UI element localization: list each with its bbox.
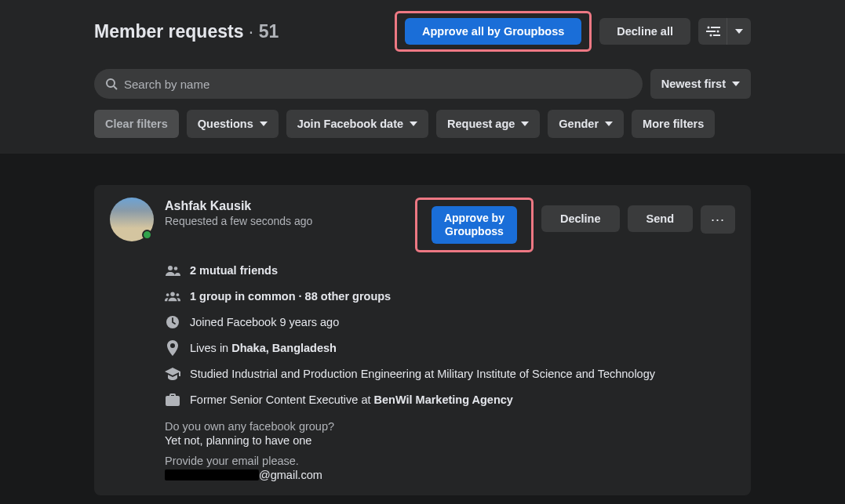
briefcase-icon: [165, 392, 180, 408]
info-groups: 1 group in common · 88 other groups: [165, 288, 735, 304]
send-button[interactable]: Send: [628, 205, 693, 232]
decline-button[interactable]: Decline: [541, 205, 620, 232]
svg-point-8: [168, 266, 173, 270]
info-location: Lives in Dhaka, Bangladesh: [165, 340, 735, 356]
approve-all-button[interactable]: Approve all by Groupboss: [405, 18, 581, 45]
svg-point-10: [170, 292, 174, 296]
title-text: Member requests: [94, 21, 243, 42]
redacted-text: [165, 470, 259, 480]
answer-1: Yet not, planning to have one: [165, 434, 735, 447]
caret-down-icon: [260, 121, 268, 126]
search-icon: [105, 78, 118, 90]
settings-icon[interactable]: [698, 18, 727, 45]
caret-down-icon: [410, 121, 417, 126]
question-1: Do you own any facebook group?: [165, 420, 735, 433]
sort-label: Newest first: [661, 78, 726, 90]
decline-all-button[interactable]: Decline all: [599, 18, 690, 45]
filter-gender[interactable]: Gender: [548, 110, 624, 138]
caret-down-icon: [732, 82, 740, 86]
svg-point-2: [717, 31, 719, 33]
svg-point-11: [166, 293, 169, 296]
svg-rect-1: [711, 27, 720, 28]
svg-point-4: [710, 34, 712, 37]
groups-icon: [165, 288, 180, 304]
search-input[interactable]: [124, 78, 632, 91]
svg-rect-5: [713, 34, 720, 36]
svg-point-12: [177, 293, 180, 296]
svg-point-0: [708, 27, 710, 29]
education-icon: [165, 366, 180, 382]
location-icon: [165, 340, 180, 356]
more-options-button[interactable]: ···: [701, 205, 735, 234]
question-2: Provide your email please.: [165, 455, 735, 467]
filter-request-age[interactable]: Request age: [436, 110, 540, 138]
svg-point-6: [107, 79, 115, 87]
avatar-wrap[interactable]: [110, 198, 154, 241]
filter-more[interactable]: More filters: [632, 110, 715, 138]
info-joined: Joined Facebook 9 years ago: [165, 314, 735, 330]
page-title: Member requests · 51: [94, 21, 279, 42]
svg-rect-3: [706, 31, 716, 32]
filter-questions[interactable]: Questions: [187, 110, 279, 138]
clear-filters-button[interactable]: Clear filters: [94, 110, 179, 138]
settings-dropdown[interactable]: [698, 18, 751, 45]
friends-icon: [165, 263, 180, 278]
approve-button[interactable]: Approve by Groupboss: [432, 206, 517, 244]
svg-point-9: [174, 267, 178, 270]
svg-line-7: [114, 86, 117, 89]
settings-caret[interactable]: [727, 18, 751, 45]
info-mutual-friends: 2 mutual friends: [165, 263, 735, 278]
search-box[interactable]: [94, 69, 643, 99]
caret-down-icon: [605, 121, 613, 126]
clock-icon: [165, 314, 180, 330]
caret-down-icon: [521, 121, 529, 126]
approve-highlight: Approve by Groupboss: [415, 198, 534, 252]
filter-join-date[interactable]: Join Facebook date: [286, 110, 428, 138]
approve-all-highlight: Approve all by Groupboss: [395, 11, 592, 52]
info-education: Studied Industrial and Production Engine…: [165, 366, 735, 382]
info-work: Former Senior Content Executive at BenWi…: [165, 392, 735, 408]
member-request-card: Ashfak Kausik Requested a few seconds ag…: [94, 185, 751, 495]
sort-button[interactable]: Newest first: [650, 69, 751, 99]
title-separator: ·: [249, 21, 253, 42]
member-name[interactable]: Ashfak Kausik: [165, 199, 312, 213]
request-count: 51: [259, 21, 279, 42]
requested-time: Requested a few seconds ago: [165, 215, 312, 227]
online-indicator: [142, 230, 152, 240]
answer-2: @gmail.com: [165, 469, 735, 481]
